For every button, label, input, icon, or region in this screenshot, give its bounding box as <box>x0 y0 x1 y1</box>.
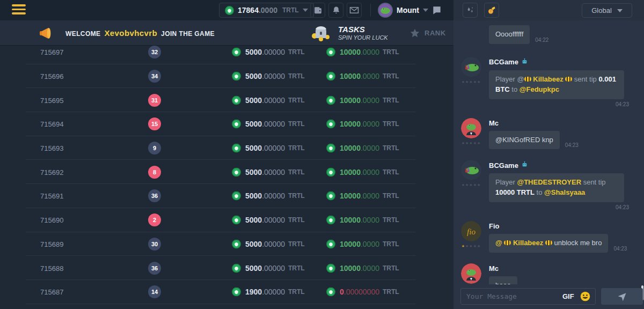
chat-bubble[interactable]: Player @ Killabeez sent tip 0.001 BTC to… <box>489 70 624 99</box>
bee-emoji <box>524 77 531 82</box>
table-row[interactable]: 715696345000.00000TRTL10000.0000TRTL <box>0 64 453 89</box>
chat-username[interactable]: Fio <box>489 222 630 230</box>
table-row[interactable]: 71569025000.00000TRTL10000.0000TRTL <box>0 208 453 232</box>
rain-icon <box>466 6 475 15</box>
coin-drop-button[interactable]: 0 <box>484 3 499 18</box>
messages-button[interactable] <box>347 3 362 18</box>
megaphone-icon <box>39 26 55 40</box>
payout-amount: 0.00000000 <box>340 288 379 296</box>
avatar[interactable]: fio <box>461 221 481 241</box>
avatar[interactable] <box>461 57 481 77</box>
chat-username[interactable]: BCGame <box>489 58 630 67</box>
chat-timestamp: 04:23 <box>489 101 629 107</box>
bet-amount: 5000.00000 <box>245 120 285 128</box>
payout-currency: TRTL <box>383 97 399 104</box>
bet-currency: TRTL <box>288 97 305 104</box>
message-input[interactable] <box>461 292 562 300</box>
chat-avatar-column: fio★★★★★ <box>458 221 485 253</box>
payout-amount: 10000.0000 <box>340 48 379 56</box>
bet-currency: TRTL <box>288 192 305 200</box>
chat-bubble[interactable]: Ooooffffff <box>489 25 530 44</box>
header-divider <box>370 4 371 17</box>
trtl-coin-icon <box>232 144 241 153</box>
table-row[interactable]: 715689305000.00000TRTL10000.0000TRTL <box>0 232 453 256</box>
bee-emoji <box>504 240 511 245</box>
payout-currency: TRTL <box>383 144 399 152</box>
roll-number-badge: 14 <box>148 285 161 298</box>
game-id: 715690 <box>40 216 63 224</box>
rank-star-icon <box>409 28 420 39</box>
balance-selector[interactable]: 17864.0000 TRTL <box>219 3 314 18</box>
roll-number-badge: 9 <box>148 142 161 154</box>
tasks-shortcut[interactable]: 0 TASKS SPIN YOUR LUCK <box>310 20 388 46</box>
chat-channel-label: Global <box>591 6 612 14</box>
table-row[interactable]: 715695315000.00000TRTL10000.0000TRTL <box>0 88 453 112</box>
chat-bubble[interactable]: @ Killabeez unblock me bro <box>489 234 608 253</box>
verified-bot-icon <box>521 58 528 67</box>
chat-message: ★★★★★BCGamePlayer @THEDESTROYER sent tip… <box>458 160 630 210</box>
trtl-coin-icon <box>326 288 335 297</box>
rank-shortcut[interactable]: RANK <box>409 20 446 46</box>
avatar[interactable] <box>461 118 481 138</box>
avatar[interactable] <box>461 160 481 180</box>
game-id: 715693 <box>40 144 63 152</box>
rain-button[interactable] <box>463 3 478 18</box>
trtl-coin-icon <box>326 167 335 176</box>
table-row[interactable]: 715694155000.00000TRTL10000.0000TRTL <box>0 112 453 136</box>
chat-message: ★★★★★Mchaaa04:24 <box>458 263 630 284</box>
table-row[interactable]: 71569285000.00000TRTL10000.0000TRTL <box>0 160 453 184</box>
payout-currency: TRTL <box>383 72 399 80</box>
trtl-coin-icon <box>326 192 335 201</box>
wallet-icon <box>313 6 323 15</box>
chat-channel-select[interactable]: Global <box>582 3 632 18</box>
bet-currency: TRTL <box>288 288 305 296</box>
trtl-coin-icon <box>232 288 241 297</box>
hamburger-menu-icon[interactable] <box>12 4 26 16</box>
game-id: 715695 <box>40 96 63 104</box>
chat-toggle-button[interactable] <box>429 3 444 18</box>
chat-message: ★★★★★BCGamePlayer @ Killabeez sent tip 0… <box>458 57 630 107</box>
table-row[interactable]: 71569395000.00000TRTL10000.0000TRTL <box>0 136 453 160</box>
chat-username[interactable]: Mc <box>489 119 630 127</box>
payout-amount: 10000.0000 <box>340 264 379 273</box>
roll-number-badge: 36 <box>148 262 161 275</box>
tasks-title: TASKS <box>338 25 388 34</box>
trtl-coin-icon <box>326 216 335 225</box>
welcome-announcement: WELCOME Xevobvhcvrb JOIN THE GAME <box>39 20 215 46</box>
chat-bubble[interactable]: Player @THEDESTROYER sent tip 10000 TRTL… <box>489 173 624 202</box>
notifications-button[interactable] <box>328 3 343 18</box>
payout-amount: 10000.0000 <box>340 120 379 128</box>
bet-currency: TRTL <box>288 72 305 80</box>
chat-message-list[interactable]: Ooooffffff04:22★★★★★BCGamePlayer @ Killa… <box>453 20 644 284</box>
bet-amount: 5000.00000 <box>245 216 285 224</box>
chevron-down-icon <box>423 9 428 12</box>
gif-button[interactable]: GIF <box>562 292 574 300</box>
avatar[interactable] <box>461 263 481 284</box>
chat-bubble[interactable]: @KINGofRED knp <box>489 131 560 150</box>
game-id: 715691 <box>40 192 63 200</box>
user-menu[interactable]: Mount <box>378 3 428 18</box>
game-id: 715697 <box>40 48 63 56</box>
table-row[interactable]: 715688365000.00000TRTL10000.0000TRTL <box>0 256 453 280</box>
trtl-coin-icon <box>326 263 335 273</box>
table-row[interactable]: 715697325000.00000TRTL10000.0000TRTL <box>0 46 453 64</box>
payout-amount: 10000.0000 <box>340 240 379 248</box>
chat-bubble[interactable]: haaa <box>489 276 517 284</box>
chat-avatar-column: ★★★★★ <box>458 57 485 107</box>
table-row[interactable]: 715687141900.00000TRTL0.00000000TRTL <box>0 280 453 304</box>
chat-username[interactable]: Mc <box>489 264 630 273</box>
send-message-button[interactable] <box>601 288 643 305</box>
smiley-icon <box>580 291 591 302</box>
top-header: 17864.0000 TRTL Mount <box>0 0 453 20</box>
trtl-coin-icon <box>326 48 335 57</box>
bet-amount: 5000.00000 <box>245 96 285 105</box>
payout-amount: 10000.0000 <box>340 96 379 105</box>
wallet-button[interactable] <box>310 3 325 18</box>
treasure-chest-icon: 0 <box>310 24 332 42</box>
table-row[interactable]: 715691365000.00000TRTL10000.0000TRTL <box>0 184 453 208</box>
bet-amount: 1900.00000 <box>245 288 285 296</box>
chat-message-line: Player @ Killabeez sent tip 0.001 BTC to… <box>489 70 630 107</box>
chat-avatar-column: ★★★★★ <box>458 118 485 150</box>
chat-username[interactable]: BCGame <box>489 161 630 170</box>
emoji-picker-button[interactable] <box>580 291 591 302</box>
